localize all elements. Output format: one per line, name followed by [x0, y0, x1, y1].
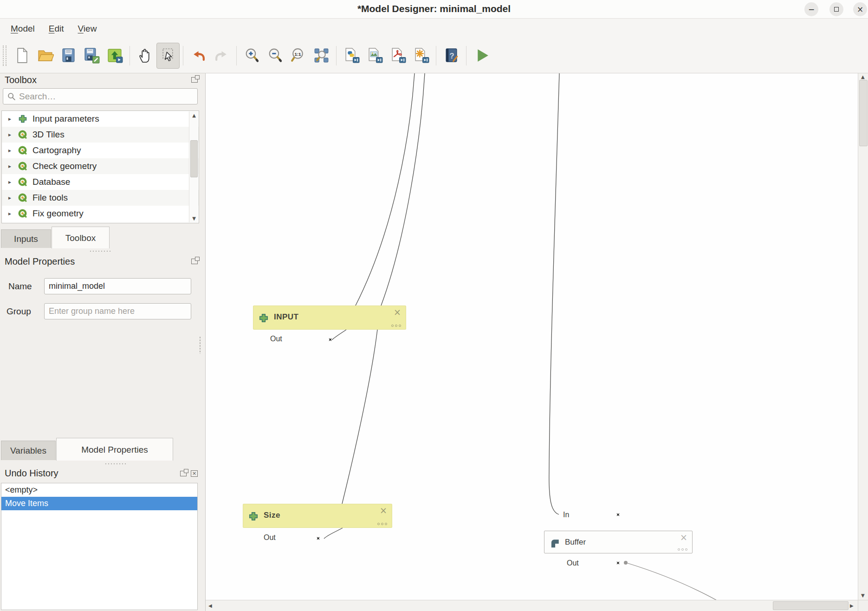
- qgis-icon: [18, 177, 28, 187]
- zoom-actual-button[interactable]: 1:1: [286, 43, 310, 69]
- save-model-in-project-button[interactable]: [103, 43, 126, 69]
- open-model-button[interactable]: [33, 43, 57, 69]
- menu-model[interactable]: Model: [6, 22, 39, 36]
- toolbar-drag-handle[interactable]: [3, 46, 6, 66]
- tree-item-fix-geometry[interactable]: ▸ Fix geometry: [2, 206, 199, 221]
- buffer-out-connector-dot[interactable]: [624, 561, 628, 565]
- toolbar-separator: [183, 46, 183, 65]
- model-node-size[interactable]: Size ×: [243, 504, 392, 528]
- float-panel-icon[interactable]: [191, 259, 198, 264]
- zoom-full-button[interactable]: [310, 43, 333, 69]
- close-panel-icon[interactable]: ×: [191, 470, 198, 477]
- collapse-node-icon[interactable]: ×: [394, 307, 401, 317]
- model-canvas[interactable]: INPUT × Out Size × Out In Buffer × Out: [206, 73, 858, 600]
- tree-item-3d-tiles[interactable]: ▸ 3D Tiles: [2, 127, 199, 143]
- collapse-node-icon[interactable]: ×: [680, 532, 687, 542]
- tab-model-properties[interactable]: Model Properties: [56, 438, 173, 461]
- model-name-input[interactable]: [44, 278, 191, 294]
- qgis-icon: [18, 145, 28, 156]
- scroll-right-icon[interactable]: ▶: [850, 603, 854, 608]
- toolbar-separator: [130, 46, 130, 65]
- add-parameter-icon: [18, 114, 28, 124]
- splitter-handle[interactable]: [89, 250, 110, 252]
- tree-scrollbar-thumb[interactable]: [190, 140, 198, 177]
- tree-item-input-parameters[interactable]: ▸ Input parameters: [2, 111, 199, 127]
- scroll-up-icon[interactable]: ▲: [861, 74, 865, 79]
- undo-item-empty[interactable]: <empty>: [1, 483, 197, 497]
- expand-arrow-icon[interactable]: ▸: [8, 116, 15, 122]
- redo-button[interactable]: [210, 43, 233, 69]
- save-as-icon: [83, 47, 100, 64]
- splitter-handle[interactable]: [104, 463, 126, 465]
- help-button[interactable]: ?: [440, 43, 463, 69]
- export-as-svg-button[interactable]: [409, 43, 433, 69]
- undo-icon: [190, 47, 207, 64]
- expand-arrow-icon[interactable]: ▸: [8, 210, 15, 217]
- scroll-down-icon[interactable]: ▼: [189, 216, 199, 221]
- scroll-up-icon[interactable]: ▲: [189, 113, 199, 118]
- tree-scrollbar[interactable]: ▲ ▼: [189, 111, 198, 222]
- model-properties-title: Model Properties: [5, 256, 75, 267]
- pan-hand-icon: [136, 47, 154, 64]
- toolbox-search-input[interactable]: [19, 89, 195, 104]
- undo-button[interactable]: [187, 43, 210, 69]
- tab-toolbox[interactable]: Toolbox: [52, 227, 110, 248]
- tree-item-file-tools[interactable]: ▸ File tools: [2, 190, 199, 206]
- float-panel-icon[interactable]: [191, 77, 198, 83]
- properties-tabbar: Variables Model Properties: [0, 437, 206, 460]
- redo-icon: [213, 47, 230, 64]
- scroll-down-icon[interactable]: ▼: [861, 593, 865, 598]
- horizontal-scrollbar-thumb[interactable]: [773, 601, 849, 610]
- expand-arrow-icon[interactable]: ▸: [8, 163, 15, 169]
- scroll-left-icon[interactable]: ◀: [208, 603, 212, 608]
- model-group-input[interactable]: [44, 303, 191, 319]
- float-panel-icon[interactable]: [180, 471, 187, 476]
- search-icon: [7, 92, 16, 101]
- close-icon: ×: [857, 5, 863, 14]
- export-python-icon: [343, 47, 360, 64]
- menu-view[interactable]: View: [74, 22, 101, 36]
- model-node-buffer[interactable]: Buffer ×: [544, 531, 693, 553]
- zoom-out-button[interactable]: [263, 43, 286, 69]
- select-cursor-icon: [160, 47, 177, 64]
- tree-item-check-geometry[interactable]: ▸ Check geometry: [2, 158, 199, 174]
- panel-splitter-handle[interactable]: [199, 336, 201, 354]
- save-model-as-button[interactable]: [80, 43, 103, 69]
- expand-arrow-icon[interactable]: ▸: [8, 131, 15, 138]
- export-as-python-button[interactable]: [340, 43, 363, 69]
- export-as-pdf-button[interactable]: [386, 43, 409, 69]
- vertical-scrollbar-thumb[interactable]: [859, 80, 868, 146]
- expand-arrow-icon[interactable]: ▸: [8, 147, 15, 154]
- pan-button[interactable]: [133, 43, 156, 69]
- select-items-button[interactable]: [156, 43, 180, 69]
- expand-arrow-icon[interactable]: ▸: [8, 179, 15, 185]
- new-model-button[interactable]: [10, 43, 33, 69]
- group-label: Group: [6, 306, 31, 317]
- tree-item-cartography[interactable]: ▸ Cartography: [2, 143, 199, 158]
- maximize-button[interactable]: [829, 2, 843, 16]
- run-model-button[interactable]: [470, 43, 493, 69]
- export-as-image-button[interactable]: [363, 43, 386, 69]
- model-node-input[interactable]: INPUT ×: [253, 306, 406, 330]
- menu-edit[interactable]: Edit: [45, 22, 68, 36]
- run-icon: [473, 47, 490, 64]
- svg-text:?: ?: [449, 52, 454, 60]
- edge-buffer-out: [628, 563, 722, 600]
- tree-item-database[interactable]: ▸ Database: [2, 174, 199, 190]
- help-book-icon: ?: [443, 47, 460, 64]
- qgis-icon: [18, 161, 28, 171]
- canvas-horizontal-scrollbar[interactable]: ◀ ▶: [206, 600, 858, 611]
- canvas-vertical-scrollbar[interactable]: ▲ ▼: [858, 73, 868, 600]
- collapse-node-icon[interactable]: ×: [380, 505, 387, 515]
- close-button[interactable]: ×: [853, 2, 867, 16]
- expand-arrow-icon[interactable]: ▸: [8, 195, 15, 201]
- node-comment-dots-icon[interactable]: [377, 523, 387, 525]
- tab-inputs[interactable]: Inputs: [1, 229, 51, 248]
- save-model-button[interactable]: [57, 43, 80, 69]
- node-comment-dots-icon[interactable]: [391, 325, 401, 327]
- node-comment-dots-icon[interactable]: [678, 548, 687, 551]
- tab-variables[interactable]: Variables: [1, 441, 56, 460]
- minimize-button[interactable]: −: [804, 2, 818, 16]
- undo-item-move-items[interactable]: Move Items: [1, 497, 197, 510]
- zoom-in-button[interactable]: [240, 43, 263, 69]
